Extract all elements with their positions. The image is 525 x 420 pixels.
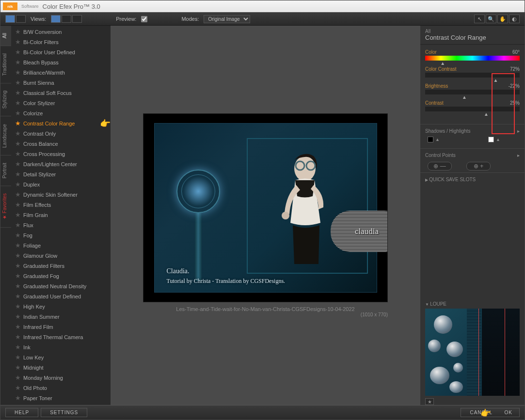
star-icon[interactable]: ★ [15,323,21,330]
slider-track[interactable]: ▲ [425,107,520,111]
side-tab-stylizing[interactable]: Stylizing [0,83,11,116]
filter-item[interactable]: ★Foliage [11,240,111,250]
star-icon[interactable]: ★ [15,354,21,361]
star-icon[interactable]: ★ [15,211,21,218]
star-icon[interactable]: ★ [15,140,21,147]
filter-item[interactable]: ★Paper Toner [11,393,111,403]
slider-thumb[interactable]: ▲ [484,111,489,115]
star-icon[interactable]: ★ [15,282,21,290]
filter-item[interactable]: ★Classical Soft Focus [11,88,111,98]
filter-item[interactable]: ★Graduated User Defined [11,291,111,301]
highlights-ctrl[interactable]: ▲ [488,137,500,142]
star-icon[interactable]: ★ [15,171,21,178]
filter-item[interactable]: ★Infrared Film [11,322,111,332]
filter-item[interactable]: ★Dynamic Skin Softener [11,189,111,200]
star-icon[interactable]: ★ [15,181,21,188]
side-tab-traditional[interactable]: Traditional [0,46,11,83]
star-icon[interactable]: ★ [15,364,21,371]
filter-item[interactable]: ★Midnight [11,362,111,373]
view-icon-2[interactable] [16,15,26,23]
star-icon[interactable]: ★ [15,89,21,96]
filter-item[interactable]: ★Graduated Neutral Density [11,281,111,291]
filter-item[interactable]: ★Duplex [11,179,111,189]
view-single-icon[interactable] [51,15,61,23]
filter-item[interactable]: ★Old Photo [11,383,111,393]
star-icon[interactable]: ★ [15,48,21,56]
slider-thumb[interactable]: ▲ [493,78,498,81]
star-icon[interactable]: ★ [15,262,21,269]
star-icon[interactable]: ★ [15,191,21,198]
preview-checkbox[interactable] [141,16,147,22]
star-icon[interactable]: ★ [15,404,21,405]
shadows-ctrl[interactable]: ▲ [428,137,440,142]
preview-image[interactable]: Claudia. Tutorial by Christa - Translati… [143,113,388,302]
star-icon[interactable]: ★ [15,313,21,320]
side-tab-all[interactable]: All [0,26,11,46]
filter-item[interactable]: ★Fog [11,230,111,240]
star-icon[interactable]: ★ [15,343,21,351]
loupe-header[interactable]: LOUPE [420,299,525,309]
filter-item[interactable]: ★B/W Conversion [11,27,111,37]
star-icon[interactable]: ★ [15,303,21,310]
filter-item[interactable]: ★Bleach Bypass [11,57,111,67]
filter-item[interactable]: ★Indian Summer [11,311,111,322]
star-icon[interactable]: ★ [15,69,21,76]
star-icon[interactable]: ★ [15,252,21,259]
side-tab-landscape[interactable]: Landscape [0,117,11,156]
view-icon-1[interactable] [5,15,15,23]
filter-item[interactable]: ★Bi-Color Filters [11,37,111,47]
slider-track[interactable]: ▲ [425,56,520,61]
star-icon[interactable]: ★ [15,130,21,137]
star-icon[interactable]: ★ [15,394,21,402]
star-icon[interactable]: ★ [15,120,21,127]
star-icon[interactable]: ★ [15,384,21,391]
filter-item[interactable]: ★Infrared Thermal Camera [11,332,111,342]
star-icon[interactable]: ★ [15,28,21,35]
star-icon[interactable]: ★ [15,99,21,107]
control-points-header[interactable]: Control Points▸ [420,151,525,160]
filter-item[interactable]: ★Glamour Glow [11,250,111,261]
filter-item[interactable]: ★Color Stylizer [11,98,111,108]
shadows-header[interactable]: Shadows / Highlights▸ [420,126,525,136]
arrow-icon[interactable]: ↖ [474,15,485,23]
filter-item[interactable]: ★Bi-Color User Defined [11,47,111,57]
star-icon[interactable]: ★ [15,221,21,229]
filter-item[interactable]: ★High Key [11,301,111,311]
filter-item[interactable]: ★Colorize [11,108,111,118]
filter-item[interactable]: ★Cross Processing [11,149,111,159]
filter-item[interactable]: ★Monday Morning [11,373,111,383]
settings-button[interactable]: SETTINGS [41,408,87,417]
filter-item[interactable]: ★Pastel [11,403,111,405]
filter-item[interactable]: ★Darken/Lighten Center [11,159,111,169]
slider-track[interactable]: ▲ [425,90,520,94]
filter-item[interactable]: ★Graduated Fog [11,271,111,281]
filter-item[interactable]: ★Burnt Sienna [11,78,111,88]
star-icon[interactable]: ★ [15,242,21,249]
slider-thumb[interactable]: ▲ [440,61,445,64]
bg-icon[interactable]: ◐ [509,15,520,23]
quicksave-header[interactable]: QUICK SAVE SLOTS [420,172,525,186]
star-icon[interactable]: ★ [15,374,21,381]
filter-item[interactable]: ★Contrast Color Range👉 [11,118,111,128]
view-side-icon[interactable] [72,15,82,23]
filter-item[interactable]: ★Cross Balance [11,139,111,149]
filter-item[interactable]: ★Brilliance/Warmth [11,67,111,78]
filter-list[interactable]: ★B/W Conversion★Bi-Color Filters★Bi-Colo… [11,26,111,405]
side-tab-portrait[interactable]: Portrait [0,156,11,186]
filter-item[interactable]: ★Film Effects [11,200,111,210]
cp-add2-button[interactable]: ⊕ + [466,162,491,171]
side-tab-favorites[interactable]: ★ Favorites [0,186,11,228]
help-button[interactable]: HELP [5,408,38,417]
loupe-image[interactable] [425,309,520,396]
filter-item[interactable]: ★Flux [11,220,111,230]
filter-item[interactable]: ★Detail Stylizer [11,169,111,179]
cp-add-button[interactable]: ⊕ — [428,162,452,171]
pan-icon[interactable]: ✋ [497,15,508,23]
filter-item[interactable]: ★Graduated Filters [11,261,111,271]
cancel-button[interactable]: CANCEL 👉 OK [461,408,520,417]
filter-item[interactable]: ★Contrast Only [11,128,111,139]
star-icon[interactable]: ★ [15,109,21,117]
star-icon[interactable]: ★ [15,150,21,157]
zoom-icon[interactable]: 🔍 [486,15,496,23]
star-icon[interactable]: ★ [15,272,21,280]
